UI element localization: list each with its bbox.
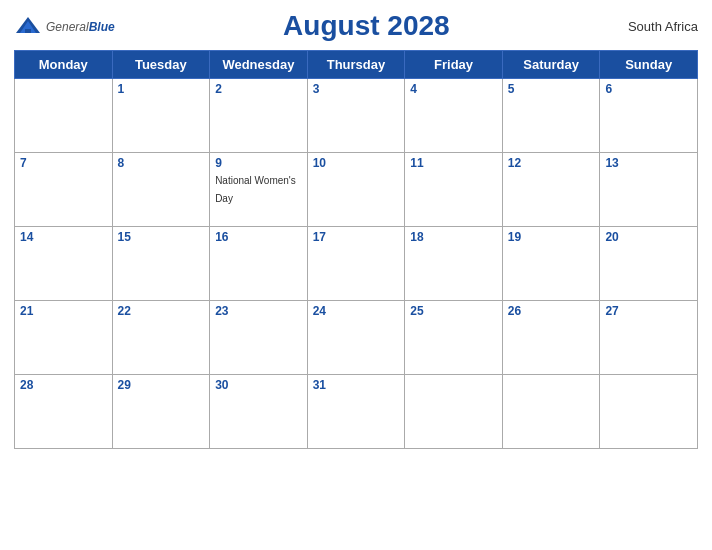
calendar-cell: 25 (405, 301, 503, 375)
day-number: 29 (118, 378, 205, 392)
day-number: 27 (605, 304, 692, 318)
day-number: 2 (215, 82, 302, 96)
calendar-cell: 20 (600, 227, 698, 301)
calendar-cell (405, 375, 503, 449)
calendar-cell: 8 (112, 153, 210, 227)
calendar-grid: MondayTuesdayWednesdayThursdayFridaySatu… (14, 50, 698, 449)
calendar-cell: 7 (15, 153, 113, 227)
day-number: 16 (215, 230, 302, 244)
calendar-cell (15, 79, 113, 153)
event-text: National Women's Day (215, 175, 296, 204)
weekday-header-monday: Monday (15, 51, 113, 79)
week-row-5: 28293031 (15, 375, 698, 449)
calendar-container: GeneralBlue August 2028 South Africa Mon… (0, 0, 712, 550)
day-number: 4 (410, 82, 497, 96)
calendar-cell: 19 (502, 227, 600, 301)
calendar-cell: 3 (307, 79, 405, 153)
weekday-header-tuesday: Tuesday (112, 51, 210, 79)
calendar-cell (600, 375, 698, 449)
day-number: 6 (605, 82, 692, 96)
calendar-cell (502, 375, 600, 449)
day-number: 8 (118, 156, 205, 170)
day-number: 12 (508, 156, 595, 170)
day-number: 31 (313, 378, 400, 392)
week-row-2: 789National Women's Day10111213 (15, 153, 698, 227)
logo-blue: Blue (89, 20, 115, 34)
calendar-cell: 5 (502, 79, 600, 153)
day-number: 25 (410, 304, 497, 318)
calendar-cell: 9National Women's Day (210, 153, 308, 227)
calendar-cell: 15 (112, 227, 210, 301)
calendar-cell: 27 (600, 301, 698, 375)
calendar-cell: 29 (112, 375, 210, 449)
week-row-3: 14151617181920 (15, 227, 698, 301)
weekday-header-thursday: Thursday (307, 51, 405, 79)
logo-general: General (46, 20, 89, 34)
calendar-header: GeneralBlue August 2028 South Africa (14, 10, 698, 42)
logo-icon (14, 15, 42, 37)
day-number: 7 (20, 156, 107, 170)
calendar-cell: 31 (307, 375, 405, 449)
calendar-cell: 30 (210, 375, 308, 449)
calendar-cell: 14 (15, 227, 113, 301)
day-number: 15 (118, 230, 205, 244)
calendar-cell: 11 (405, 153, 503, 227)
logo-area: GeneralBlue (14, 15, 115, 37)
calendar-cell: 26 (502, 301, 600, 375)
calendar-cell: 21 (15, 301, 113, 375)
weekday-header-row: MondayTuesdayWednesdayThursdayFridaySatu… (15, 51, 698, 79)
week-row-1: 123456 (15, 79, 698, 153)
day-number: 23 (215, 304, 302, 318)
day-number: 18 (410, 230, 497, 244)
day-number: 5 (508, 82, 595, 96)
logo-text: GeneralBlue (46, 17, 115, 35)
day-number: 24 (313, 304, 400, 318)
weekday-header-saturday: Saturday (502, 51, 600, 79)
calendar-cell: 23 (210, 301, 308, 375)
calendar-cell: 24 (307, 301, 405, 375)
weekday-header-friday: Friday (405, 51, 503, 79)
calendar-cell: 6 (600, 79, 698, 153)
day-number: 14 (20, 230, 107, 244)
calendar-cell: 10 (307, 153, 405, 227)
calendar-cell: 28 (15, 375, 113, 449)
day-number: 1 (118, 82, 205, 96)
calendar-cell: 2 (210, 79, 308, 153)
calendar-cell: 18 (405, 227, 503, 301)
calendar-cell: 13 (600, 153, 698, 227)
day-number: 26 (508, 304, 595, 318)
calendar-cell: 17 (307, 227, 405, 301)
day-number: 21 (20, 304, 107, 318)
calendar-cell: 1 (112, 79, 210, 153)
day-number: 11 (410, 156, 497, 170)
day-number: 10 (313, 156, 400, 170)
day-number: 17 (313, 230, 400, 244)
week-row-4: 21222324252627 (15, 301, 698, 375)
day-number: 9 (215, 156, 302, 170)
day-number: 20 (605, 230, 692, 244)
calendar-cell: 4 (405, 79, 503, 153)
svg-rect-2 (25, 29, 31, 33)
day-number: 3 (313, 82, 400, 96)
calendar-title: August 2028 (115, 10, 618, 42)
day-number: 22 (118, 304, 205, 318)
calendar-cell: 16 (210, 227, 308, 301)
day-number: 28 (20, 378, 107, 392)
weekday-header-sunday: Sunday (600, 51, 698, 79)
country-label: South Africa (618, 19, 698, 34)
calendar-cell: 22 (112, 301, 210, 375)
day-number: 19 (508, 230, 595, 244)
calendar-cell: 12 (502, 153, 600, 227)
weekday-header-wednesday: Wednesday (210, 51, 308, 79)
day-number: 13 (605, 156, 692, 170)
day-number: 30 (215, 378, 302, 392)
